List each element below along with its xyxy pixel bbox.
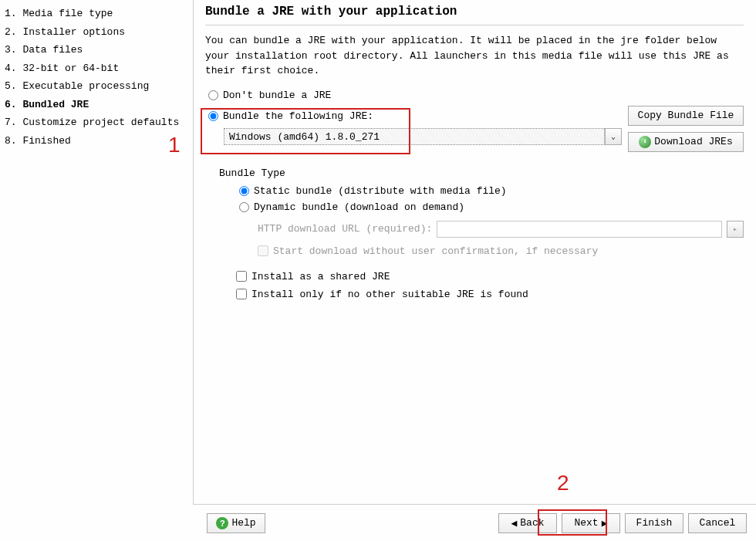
arrow-right-icon: ▶ [602,517,608,529]
sidebar-item-finished[interactable]: 8. Finished [3,132,190,150]
chk-start-download [258,245,268,256]
download-jres-label: Download JREs [654,136,732,147]
radio-dynamic[interactable] [239,202,249,212]
radio-static-label: Static bundle (distribute with media fil… [254,185,507,197]
chk-start-download-label: Start download without user confirmation… [273,245,598,257]
help-label: Help [231,517,255,529]
next-button[interactable]: Next ▶ [562,513,620,533]
title-divider [205,25,744,25]
wizard-footer: ? Help ◀ Back Next ▶ Finish Cancel [193,504,756,541]
copy-bundle-file-label: Copy Bundle File [638,110,734,121]
finish-label: Finish [636,517,673,529]
radio-bundle-following-label: Bundle the following JRE: [223,110,373,122]
arrow-left-icon: ◀ [511,517,517,529]
page-title: Bundle a JRE with your application [205,5,744,19]
chk-only-if[interactable] [236,289,247,299]
bundle-type-label: Bundle Type [219,167,744,179]
http-url-input [437,221,722,238]
chevron-down-icon[interactable]: ⌄ [605,128,622,145]
page-description: You can bundle a JRE with your applicati… [205,33,744,79]
globe-icon: ⬇ [639,136,651,148]
radio-bundle-following[interactable] [208,111,218,121]
chk-start-download-row: Start download without user confirmation… [258,245,744,257]
download-jres-button[interactable]: ⬇ Download JREs [628,132,744,152]
sidebar-item-bundled-jre[interactable]: 6. Bundled JRE [3,96,190,114]
next-label: Next [574,517,598,529]
chk-only-if-label: Install only if no other suitable JRE is… [251,289,528,300]
sidebar-item-data-files[interactable]: 3. Data files [3,41,190,59]
radio-dont-bundle-row[interactable]: Don't bundle a JRE [205,90,744,101]
cancel-label: Cancel [700,517,736,529]
radio-dont-bundle-label: Don't bundle a JRE [223,90,331,101]
radio-static-row[interactable]: Static bundle (distribute with media fil… [236,185,744,197]
finish-button[interactable]: Finish [625,513,683,533]
http-url-row: HTTP download URL (required): ▸ [258,221,744,238]
chk-shared-label: Install as a shared JRE [251,271,390,282]
copy-bundle-file-button[interactable]: Copy Bundle File [628,106,744,126]
chk-only-if-row[interactable]: Install only if no other suitable JRE is… [236,289,744,300]
radio-dynamic-row[interactable]: Dynamic bundle (download on demand) [236,201,744,213]
radio-dont-bundle[interactable] [208,90,218,100]
http-url-label: HTTP download URL (required): [258,223,432,235]
radio-static[interactable] [239,186,249,196]
jre-dropdown[interactable]: Windows (amd64) 1.8.0_271 ⌄ [224,128,622,145]
sidebar-item-32bit-or-64bit[interactable]: 4. 32-bit or 64-bit [3,59,190,78]
radio-bundle-following-row[interactable]: Bundle the following JRE: [205,110,622,122]
radio-dynamic-label: Dynamic bundle (download on demand) [254,201,464,213]
sidebar-item-executable-processing[interactable]: 5. Executable processing [3,77,190,96]
sidebar-item-installer-options[interactable]: 2. Installer options [3,23,190,42]
back-label: Back [520,517,544,529]
chk-shared-row[interactable]: Install as a shared JRE [236,271,744,282]
wizard-sidebar: 1. Media file type 2. Installer options … [0,0,193,541]
sidebar-item-media-file-type[interactable]: 1. Media file type [3,5,190,23]
help-icon: ? [216,517,228,529]
cancel-button[interactable]: Cancel [688,513,747,533]
sidebar-item-customize-project-defaults[interactable]: 7. Customize project defaults [3,113,190,132]
chk-shared[interactable] [236,271,247,282]
help-button[interactable]: ? Help [207,513,265,533]
back-button[interactable]: ◀ Back [498,513,557,533]
jre-dropdown-value: Windows (amd64) 1.8.0_271 [224,128,605,145]
arrow-right-icon: ▸ [727,221,744,238]
main-panel: Bundle a JRE with your application You c… [193,0,756,541]
